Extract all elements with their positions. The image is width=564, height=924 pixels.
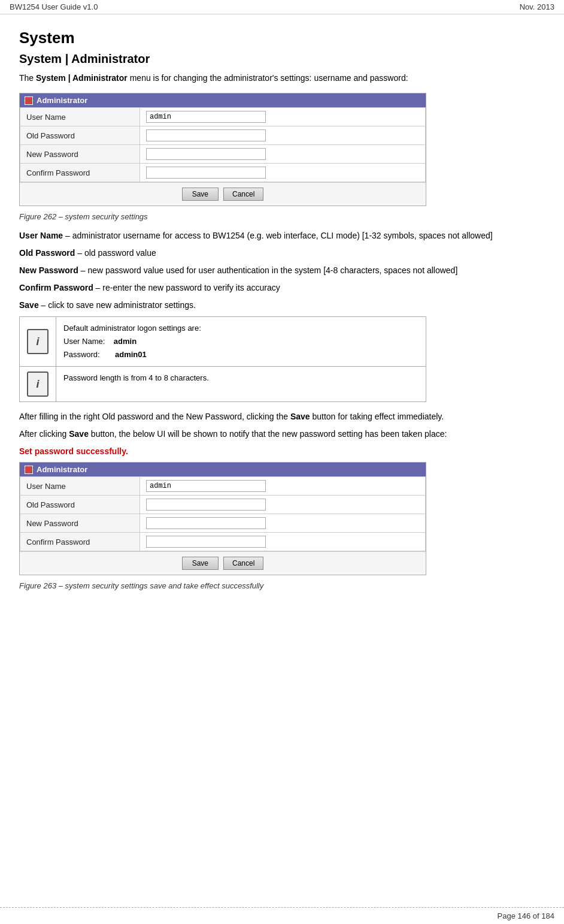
form-row-newpwd-2: New Password: [20, 514, 426, 533]
form-row-oldpwd-2: Old Password: [20, 496, 426, 514]
cell-confirmpwd-2: [140, 533, 426, 551]
header-right: Nov. 2013: [520, 2, 554, 11]
cell-confirmpwd-1: [140, 164, 426, 182]
cancel-button-2[interactable]: Cancel: [223, 557, 263, 570]
panel-title-2: Administrator: [37, 465, 87, 474]
input-newpwd-1[interactable]: [146, 148, 266, 160]
param-oldpwd-name: Old Password: [19, 248, 75, 258]
after-text-2: After clicking Save button, the below UI…: [19, 428, 545, 440]
form-row-confirmpwd-1: Confirm Password: [20, 164, 426, 182]
save-button-2[interactable]: Save: [182, 557, 219, 570]
info-icon-2: [27, 372, 48, 397]
form-row-oldpwd-1: Old Password: [20, 126, 426, 145]
input-newpwd-2[interactable]: [146, 517, 266, 529]
set-password-msg: Set password successfully.: [19, 446, 545, 456]
label-confirmpwd-2: Confirm Password: [20, 533, 140, 551]
info-content-2: Password length is from 4 to 8 character…: [56, 367, 426, 402]
label-newpwd-2: New Password: [20, 514, 140, 533]
main-content: System System | Administrator The System…: [0, 14, 564, 635]
info-content-text-2: Password length is from 4 to 8 character…: [63, 372, 419, 385]
form-row-confirmpwd-2: Confirm Password: [20, 533, 426, 551]
param-username: User Name – administrator username for a…: [19, 230, 545, 242]
input-username-1[interactable]: [146, 111, 266, 123]
save-button-1[interactable]: Save: [182, 188, 219, 201]
panel-header-icon-1: [25, 96, 33, 105]
figure-263-caption: Figure 263 – system security settings sa…: [19, 581, 545, 590]
cancel-button-1[interactable]: Cancel: [223, 188, 263, 201]
info-line-2a: Password length is from 4 to 8 character…: [63, 373, 209, 382]
admin-panel-header-1: Administrator: [20, 93, 426, 107]
input-confirmpwd-2[interactable]: [146, 536, 266, 548]
label-username-2: User Name: [20, 477, 140, 496]
info-icon-1: [27, 329, 48, 354]
section-title: System | Administrator: [19, 52, 545, 66]
form-buttons-1: Save Cancel: [20, 182, 426, 206]
description-text: The System | Administrator menu is for c…: [19, 73, 408, 83]
form-row-username-1: User Name: [20, 108, 426, 126]
header-left: BW1254 User Guide v1.0: [10, 2, 98, 11]
label-newpwd-1: New Password: [20, 145, 140, 164]
info-line-1a: Default administrator logon settings are…: [63, 324, 201, 333]
form-table-1: User Name Old Password New Password Conf…: [20, 107, 426, 182]
label-oldpwd-2: Old Password: [20, 496, 140, 514]
param-save: Save – click to save new administrator s…: [19, 299, 545, 312]
form-table-2: User Name Old Password New Password Conf…: [20, 476, 426, 551]
figure-262-caption: Figure 262 – system security settings: [19, 212, 545, 221]
cell-oldpwd-2: [140, 496, 426, 514]
after-text-1-content: After filling in the right Old password …: [19, 412, 444, 421]
param-confirmpwd: Confirm Password – re-enter the new pass…: [19, 282, 545, 294]
panel-title-1: Administrator: [37, 96, 87, 105]
cell-newpwd-2: [140, 514, 426, 533]
page-info: Page 146 of 184: [498, 911, 554, 920]
panel-header-icon-2: [25, 466, 33, 474]
input-confirmpwd-1[interactable]: [146, 167, 266, 179]
label-confirmpwd-1: Confirm Password: [20, 164, 140, 182]
label-username-1: User Name: [20, 108, 140, 126]
page-title: System: [19, 29, 545, 47]
info-line-1c: Password: admin01: [63, 350, 147, 359]
cell-newpwd-1: [140, 145, 426, 164]
admin-panel-1: Administrator User Name Old Password New…: [19, 93, 426, 206]
admin-panel-header-2: Administrator: [20, 463, 426, 476]
label-oldpwd-1: Old Password: [20, 126, 140, 145]
param-oldpwd-desc: – old password value: [77, 248, 156, 258]
form-row-newpwd-1: New Password: [20, 145, 426, 164]
admin-panel-2: Administrator User Name Old Password New…: [19, 462, 426, 575]
description: The System | Administrator menu is for c…: [19, 72, 545, 84]
param-newpwd-name: New Password: [19, 265, 78, 275]
param-newpwd-desc: – new password value used for user authe…: [81, 265, 458, 275]
input-username-2[interactable]: [146, 480, 266, 492]
input-oldpwd-1[interactable]: [146, 129, 266, 141]
footer: Page 146 of 184: [0, 907, 564, 924]
form-row-username-2: User Name: [20, 477, 426, 496]
input-oldpwd-2[interactable]: [146, 499, 266, 511]
param-save-name: Save: [19, 300, 39, 310]
info-icon-cell-2: [20, 367, 56, 402]
after-text-1: After filling in the right Old password …: [19, 410, 545, 423]
param-newpwd: New Password – new password value used f…: [19, 264, 545, 277]
cell-username-1: [140, 108, 426, 126]
param-oldpwd: Old Password – old password value: [19, 247, 545, 259]
after-text-2-content: After clicking Save button, the below UI…: [19, 429, 447, 439]
info-row-1: Default administrator logon settings are…: [20, 317, 426, 367]
info-content-1: Default administrator logon settings are…: [56, 317, 426, 367]
info-line-1b: User Name: admin: [63, 337, 137, 346]
info-row-2: Password length is from 4 to 8 character…: [20, 367, 426, 402]
param-username-desc: – administrator username for access to B…: [65, 231, 493, 240]
param-confirmpwd-desc: – re-enter the new password to verify it…: [96, 283, 280, 292]
param-save-desc: – click to save new administrator settin…: [41, 300, 196, 310]
info-icon-cell-1: [20, 317, 56, 367]
header-bar: BW1254 User Guide v1.0 Nov. 2013: [0, 0, 564, 14]
cell-username-2: [140, 477, 426, 496]
form-buttons-2: Save Cancel: [20, 551, 426, 575]
info-table: Default administrator logon settings are…: [19, 316, 426, 402]
param-username-name: User Name: [19, 231, 63, 240]
cell-oldpwd-1: [140, 126, 426, 145]
param-confirmpwd-name: Confirm Password: [19, 283, 93, 292]
info-content-text-1: Default administrator logon settings are…: [63, 322, 419, 361]
